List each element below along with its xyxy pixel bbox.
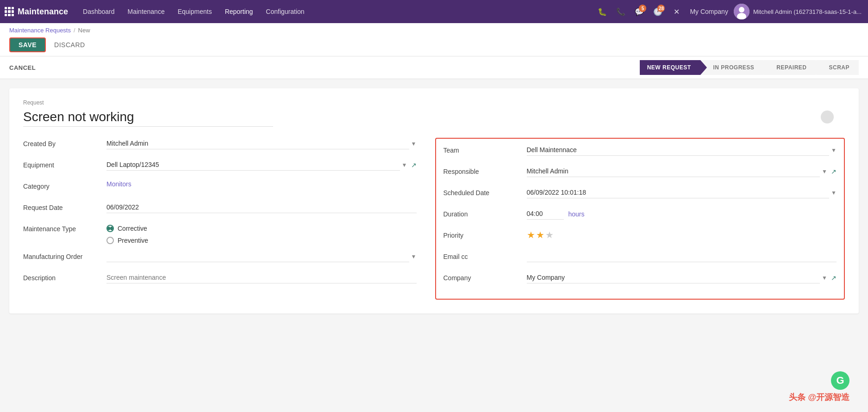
form-right-panel: Team Dell Maintennace ▼ Responsible — [435, 138, 845, 300]
breadcrumb-separator: / — [74, 27, 75, 34]
top-navigation: Maintenance Dashboard Maintenance Equipm… — [0, 0, 868, 23]
nav-equipments[interactable]: Equipments — [172, 5, 218, 18]
user-menu[interactable]: Mitchell Admin (16273178-saas-15-1-a... — [751, 8, 863, 15]
label-equipment: Equipment — [23, 159, 106, 169]
created-by-dropdown-arrow: ▼ — [411, 141, 417, 147]
value-company: My Company ▼ ↗ — [527, 272, 837, 283]
star-1[interactable]: ★ — [527, 229, 535, 240]
equipment-external-link-icon[interactable]: ↗ — [411, 161, 417, 169]
app-logo[interactable]: Maintenance — [5, 7, 68, 17]
radio-corrective-label: Corrective — [118, 225, 147, 232]
breadcrumb-parent[interactable]: Maintenance Requests — [9, 27, 71, 34]
label-priority: Priority — [443, 229, 527, 239]
label-description: Description — [23, 272, 106, 282]
radio-corrective[interactable]: Corrective — [106, 225, 417, 232]
value-team: Dell Maintennace ▼ — [527, 144, 837, 156]
request-title-input[interactable] — [23, 108, 273, 127]
company-external-link-icon[interactable]: ↗ — [831, 274, 837, 282]
star-3[interactable]: ★ — [545, 229, 554, 240]
watermark: G 头条 @开源智造 — [789, 371, 849, 403]
responsible-external-link-icon[interactable]: ↗ — [831, 168, 837, 175]
label-responsible: Responsible — [443, 166, 527, 175]
nav-icon-group: 🐛 📞 💬 5 🕐 28 ✕ — [594, 4, 684, 19]
duration-input[interactable] — [527, 208, 564, 220]
field-equipment: Equipment Dell Laptop/12345 ▼ ↗ — [23, 159, 417, 174]
label-category: Category — [23, 180, 106, 190]
bug-icon-btn[interactable]: 🐛 — [594, 4, 610, 19]
watermark-text: 头条 @开源智造 — [789, 392, 849, 403]
manufacturing-order-dropdown-arrow: ▼ — [411, 253, 417, 260]
label-duration: Duration — [443, 208, 527, 218]
value-scheduled-date: 06/09/2022 10:01:18 ▼ — [527, 187, 837, 198]
equipment-select[interactable]: Dell Laptop/12345 — [106, 159, 400, 171]
label-team: Team — [443, 144, 527, 154]
chat-icon-btn[interactable]: 💬 5 — [631, 4, 647, 19]
form-card: Request Created By Mitchell Admin ▼ — [9, 88, 859, 314]
radio-preventive-dot — [106, 237, 114, 244]
value-request-date — [106, 202, 417, 213]
field-maintenance-type: Maintenance Type Corrective P — [23, 223, 417, 244]
clock-icon-btn[interactable]: 🕐 28 — [650, 4, 666, 19]
priority-stars: ★ ★ ★ — [527, 229, 837, 240]
created-by-select[interactable]: Mitchell Admin — [106, 138, 409, 149]
svg-point-1 — [739, 7, 744, 12]
responsible-select[interactable]: Mitchell Admin — [527, 166, 820, 177]
nav-reporting[interactable]: Reporting — [219, 5, 259, 18]
equipment-dropdown-arrow: ▼ — [402, 162, 407, 168]
category-link[interactable]: Monitors — [106, 180, 131, 188]
field-responsible: Responsible Mitchell Admin ▼ ↗ — [443, 166, 837, 180]
discard-button[interactable]: DISCARD — [50, 38, 90, 51]
phone-icon-btn[interactable]: 📞 — [613, 4, 629, 19]
label-request-date: Request Date — [23, 202, 106, 211]
form-body: Created By Mitchell Admin ▼ Equipment — [23, 138, 845, 300]
radio-corrective-dot — [106, 225, 114, 232]
company-selector[interactable]: My Company — [686, 8, 731, 15]
radio-preventive[interactable]: Preventive — [106, 237, 417, 244]
field-duration: Duration hours — [443, 208, 837, 223]
toggle-button[interactable] — [821, 111, 834, 123]
close-icon-btn[interactable]: ✕ — [668, 4, 684, 19]
label-manufacturing-order: Manufacturing Order — [23, 251, 106, 260]
avatar[interactable] — [734, 4, 749, 19]
company-select[interactable]: My Company — [527, 272, 820, 283]
form-left-panel: Created By Mitchell Admin ▼ Equipment — [23, 138, 417, 300]
scheduled-date-dropdown-arrow: ▼ — [831, 190, 837, 196]
team-dropdown-arrow: ▼ — [831, 147, 837, 154]
scheduled-date-select[interactable]: 06/09/2022 10:01:18 — [527, 187, 830, 198]
radio-preventive-label: Preventive — [118, 237, 148, 244]
save-button[interactable]: SAVE — [9, 37, 46, 52]
value-category: Monitors — [106, 180, 417, 188]
label-maintenance-type: Maintenance Type — [23, 223, 106, 233]
label-scheduled-date: Scheduled Date — [443, 187, 527, 197]
description-input[interactable] — [106, 272, 417, 283]
breadcrumb-bar: Maintenance Requests / New SAVE DISCARD — [0, 23, 868, 56]
watermark-icon: G — [831, 371, 849, 390]
field-team: Team Dell Maintennace ▼ — [443, 144, 837, 159]
manufacturing-order-select[interactable] — [106, 251, 409, 262]
value-description — [106, 272, 417, 283]
value-equipment: Dell Laptop/12345 ▼ ↗ — [106, 159, 417, 171]
team-select[interactable]: Dell Maintennace — [527, 144, 830, 156]
field-company: Company My Company ▼ ↗ — [443, 272, 837, 287]
breadcrumb-current: New — [78, 27, 90, 34]
company-dropdown-arrow: ▼ — [822, 275, 827, 281]
chat-badge: 5 — [639, 5, 646, 12]
pipeline-step-repaired[interactable]: REPAIRED — [763, 60, 816, 75]
grid-icon — [5, 7, 14, 16]
duration-hours-label: hours — [568, 210, 585, 218]
status-bar: CANCEL NEW REQUEST IN PROGRESS REPAIRED … — [0, 56, 868, 79]
nav-configuration[interactable]: Configuration — [260, 5, 310, 18]
breadcrumb: Maintenance Requests / New — [9, 27, 859, 34]
email-cc-input[interactable] — [527, 251, 837, 262]
cancel-button[interactable]: CANCEL — [9, 64, 36, 71]
clock-badge: 28 — [657, 5, 665, 12]
field-scheduled-date: Scheduled Date 06/09/2022 10:01:18 ▼ — [443, 187, 837, 202]
nav-maintenance[interactable]: Maintenance — [122, 5, 170, 18]
pipeline: NEW REQUEST IN PROGRESS REPAIRED SCRAP — [640, 60, 859, 75]
star-2[interactable]: ★ — [536, 229, 544, 240]
nav-dashboard[interactable]: Dashboard — [77, 5, 120, 18]
field-priority: Priority ★ ★ ★ — [443, 229, 837, 244]
pipeline-step-new-request[interactable]: NEW REQUEST — [640, 60, 700, 75]
request-date-input[interactable] — [106, 202, 417, 213]
pipeline-step-in-progress[interactable]: IN PROGRESS — [700, 60, 764, 75]
